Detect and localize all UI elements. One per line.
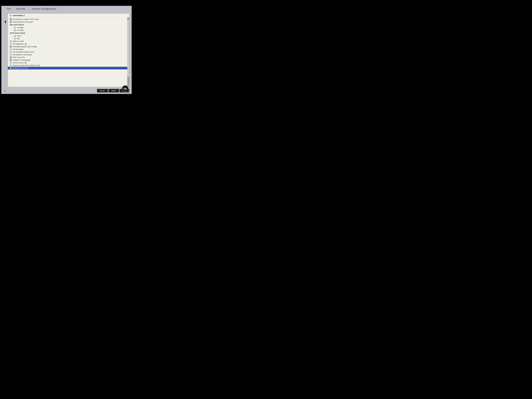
menu-item-system-configuration[interactable]: System Configuration bbox=[29, 7, 59, 11]
label-intel-ht: Intel(R) HT Technology bbox=[13, 59, 30, 61]
checkbox-secondary-battery[interactable] bbox=[10, 46, 12, 48]
list-item-wake-on-usb[interactable]: Wake on USB bbox=[8, 40, 127, 43]
list-item-numlock[interactable]: NumLock on at boot bbox=[8, 67, 127, 70]
label-hp-quickweb-write: HP QuickWeb: Write Protect bbox=[13, 51, 34, 53]
power-icon: ⏻ bbox=[4, 90, 6, 92]
svg-text:hp: hp bbox=[124, 87, 127, 90]
label-sata-30: 3.0 Gbps bbox=[17, 27, 24, 29]
list-item-power-control[interactable]: Power Control ? bbox=[8, 61, 127, 64]
checkbox-wake-on-usb[interactable] bbox=[10, 40, 12, 42]
list-item-fan-always-on[interactable]: Fan Always on while on AC Power bbox=[8, 18, 127, 21]
scrollbar-thumb[interactable] bbox=[127, 77, 129, 84]
label-fan-always-on: Fan Always on while on AC Power bbox=[13, 18, 39, 20]
help-icon-power-on-ac[interactable]: ? bbox=[38, 65, 39, 66]
label-hp-quickweb: HP QuickWeb bbox=[13, 48, 23, 50]
menu-bar: File Security System Configuration bbox=[1, 6, 132, 12]
radio-ahci[interactable] bbox=[14, 35, 16, 37]
radio-sata-30[interactable] bbox=[14, 27, 16, 29]
list-item-ide[interactable]: IDE bbox=[8, 37, 127, 40]
label-power-control: Power Control bbox=[13, 62, 24, 64]
scrollbar-track[interactable] bbox=[127, 20, 129, 84]
label-numlock: NumLock on at boot bbox=[13, 67, 28, 69]
menu-separator-1 bbox=[28, 7, 29, 11]
menu-separator-2 bbox=[59, 7, 60, 11]
list-item-hp-daystarter[interactable]: HP DayStarter ? bbox=[8, 43, 127, 45]
list-item-hp-quickweb-write[interactable]: HP QuickWeb: Write Protect bbox=[8, 51, 127, 53]
section-sata-device: SATA Device Mode bbox=[8, 32, 127, 35]
header-radio bbox=[10, 15, 12, 16]
checkbox-multi-core[interactable] bbox=[10, 57, 12, 58]
panel-header: Generation 2 bbox=[8, 13, 129, 17]
label-hp-daystarter: HP DayStarter bbox=[13, 43, 24, 45]
label-ide: IDE bbox=[17, 38, 20, 39]
label-multi-core: Multi Core CPU bbox=[13, 56, 25, 58]
checkbox-fan-always-on[interactable] bbox=[10, 19, 12, 20]
checkbox-data-execution[interactable] bbox=[10, 21, 12, 23]
help-icon-power-control[interactable]: ? bbox=[25, 62, 26, 64]
header-label: Generation 2 bbox=[13, 14, 25, 17]
bios-screen: File Security System Configuration ⬆ Gen… bbox=[1, 6, 132, 94]
label-secondary-battery: Secondary Battery Fast Charge bbox=[13, 46, 37, 48]
list-item-hp-quickweb[interactable]: HP QuickWeb bbox=[8, 48, 127, 51]
scroll-up-arrow[interactable]: ▲ bbox=[127, 17, 129, 20]
section-max-sata: Max SATA Speed bbox=[8, 23, 127, 26]
wifi-icon: ▶▶ bbox=[124, 90, 126, 92]
label-data-execution: Data Execution Prevention bbox=[13, 21, 33, 23]
list-item-multi-core[interactable]: Multi Core CPU bbox=[8, 56, 127, 59]
content-panel: Generation 2 Fan Always on while on AC P… bbox=[8, 13, 129, 87]
label-ahci: AHCI bbox=[17, 35, 21, 37]
list-item-intel-ht[interactable]: Intel(R) HT Technology bbox=[8, 59, 127, 61]
label-virtualization: Virtualization Technology bbox=[13, 54, 32, 56]
list-item-data-execution[interactable]: Data Execution Prevention bbox=[8, 21, 127, 23]
checkbox-hp-quickweb-write[interactable] bbox=[10, 51, 12, 53]
radio-ide[interactable] bbox=[14, 38, 16, 39]
checkbox-numlock[interactable] bbox=[10, 67, 12, 69]
dot-icon: ● bbox=[128, 90, 129, 92]
list-item-sata-60[interactable]: 6.0 Gbps bbox=[8, 29, 127, 32]
label-power-on-ac: Power-On when AC is detected bbox=[13, 64, 37, 66]
list-item-power-on-ac[interactable]: Power-On when AC is detected ? bbox=[8, 64, 127, 67]
help-icon-daystarter[interactable]: ? bbox=[25, 43, 27, 45]
label-sata-60: 6.0 Gbps bbox=[17, 29, 24, 31]
checkbox-power-control[interactable] bbox=[10, 62, 12, 64]
scrollbar: ▲ ▼ bbox=[127, 17, 129, 87]
list-item-ahci[interactable]: AHCI bbox=[8, 35, 127, 37]
items-list: Fan Always on while on AC Power Data Exe… bbox=[8, 17, 127, 87]
radio-sata-60[interactable] bbox=[14, 29, 16, 31]
checkbox-power-on-ac[interactable] bbox=[10, 65, 12, 66]
label-wake-on-usb: Wake on USB bbox=[13, 40, 23, 42]
list-item-sata-30[interactable]: 3.0 Gbps bbox=[8, 26, 127, 29]
scroll-area: Fan Always on while on AC Power Data Exe… bbox=[8, 17, 129, 87]
checkbox-virtualization[interactable] bbox=[10, 54, 12, 56]
checkbox-hp-daystarter[interactable] bbox=[10, 43, 12, 45]
checkbox-hp-quickweb[interactable] bbox=[10, 49, 12, 50]
back-arrow[interactable]: ⬆ bbox=[4, 20, 7, 24]
checkbox-intel-ht[interactable] bbox=[10, 59, 12, 61]
list-item-virtualization[interactable]: Virtualization Technology bbox=[8, 53, 127, 56]
list-item-secondary-battery[interactable]: Secondary Battery Fast Charge bbox=[8, 45, 127, 48]
status-bar: ⏻ ▶▶ ● bbox=[1, 90, 132, 92]
menu-item-security[interactable]: Security bbox=[13, 7, 28, 11]
menu-item-file[interactable]: File bbox=[4, 7, 13, 11]
